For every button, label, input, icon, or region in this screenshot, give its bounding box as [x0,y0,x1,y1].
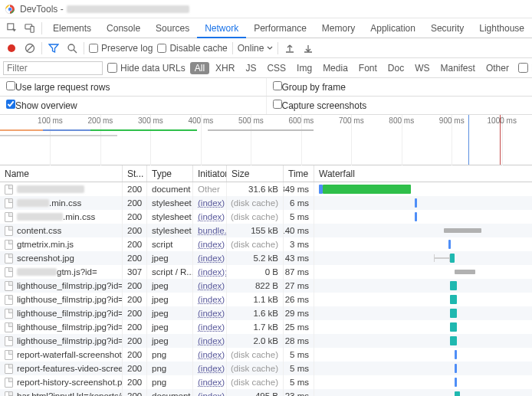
request-row[interactable]: lighthouse_filmstrip.jpg?id=2200jpeg(ind… [0,306,532,320]
network-grid-header: Name St... Type Initiator Size Time Wate… [0,165,532,182]
filter-chip-manifest[interactable]: Manifest [436,62,480,74]
timeline-tick: 100 ms [38,116,63,125]
filter-toggle-icon[interactable] [47,41,61,55]
initiator-link[interactable]: bundle.j... [198,226,227,235]
request-row[interactable]: report-waterfall-screenshot.png200png(in… [0,348,532,362]
col-waterfall-header[interactable]: Waterfall [314,165,532,182]
col-size-header[interactable]: Size [227,165,284,182]
initiator-link[interactable]: (index) [198,350,225,359]
upload-har-icon[interactable] [283,41,297,55]
tab-elements[interactable]: Elements [45,18,99,38]
group-by-frame-checkbox[interactable]: Group by frame [273,81,346,93]
options-row-1: Use large request rows Group by frame [0,78,532,97]
initiator-link[interactable]: (index) [198,295,225,304]
col-name-header[interactable]: Name [0,165,123,182]
request-row[interactable]: har.html?inputUrl=/reports/driv...200doc… [0,389,532,396]
tab-console[interactable]: Console [99,18,148,38]
filter-chip-js[interactable]: JS [241,62,261,74]
throttling-select[interactable]: Online [238,43,274,54]
request-row[interactable]: 200documentOther31.6 kB349 ms [0,182,532,196]
show-overview-checkbox[interactable]: Show overview [6,100,77,111]
hide-data-urls-checkbox[interactable]: Hide data URLs [107,63,186,74]
request-row[interactable]: gtmetrix.min.js200script(index)(disk cac… [0,237,532,251]
tab-sources[interactable]: Sources [148,18,197,38]
devtools-logo-icon [5,4,15,15]
filter-chip-xhr[interactable]: XHR [211,62,239,74]
tab-application[interactable]: Application [363,18,423,38]
filter-chip-ws[interactable]: WS [410,62,434,74]
request-row[interactable]: gtm.js?id=307script / R...(index):280 B8… [0,265,532,279]
network-toolbar: Preserve log Disable cache Online [0,38,532,58]
col-status-header[interactable]: St... [123,165,147,182]
svg-rect-4 [30,26,33,32]
request-row[interactable]: report-history-screenshot.png200png(inde… [0,375,532,389]
svg-point-8 [68,44,74,51]
timeline-tick: 500 ms [238,116,264,125]
tab-performance[interactable]: Performance [246,18,314,38]
col-initiator-header[interactable]: Initiator [193,165,227,182]
timeline-tick: 900 ms [439,116,465,125]
record-icon[interactable] [5,41,18,55]
initiator-link[interactable]: (index) [198,212,225,221]
network-grid-body[interactable]: 200documentOther31.6 kB349 ms.min.css200… [0,182,532,396]
timeline-tick: 400 ms [188,116,213,125]
devtools-tabs: ElementsConsoleSourcesNetworkPerformance… [0,18,532,38]
svg-point-5 [8,44,15,52]
chevron-down-icon [267,45,273,51]
large-rows-checkbox[interactable]: Use large request rows [6,81,110,93]
clear-icon[interactable] [23,41,37,55]
tab-security[interactable]: Security [423,18,471,38]
window-titlebar: DevTools - [0,0,532,18]
filter-chip-other[interactable]: Other [481,62,514,74]
request-row[interactable]: lighthouse_filmstrip.jpg?id=1200jpeg(ind… [0,293,532,306]
request-row[interactable]: content.css200stylesheetbundle.j...155 k… [0,224,532,237]
initiator-link[interactable]: (index) [198,336,225,345]
capture-screenshots-checkbox[interactable]: Capture screenshots [273,100,367,111]
filter-chip-doc[interactable]: Doc [383,62,409,74]
request-row[interactable]: lighthouse_filmstrip.jpg?id=0200jpeg(ind… [0,279,532,293]
timeline-tick: 1000 ms [488,116,517,125]
col-time-header[interactable]: Time [284,165,314,182]
initiator-link[interactable]: (index):28 [198,267,227,277]
filter-bar: Hide data URLs AllXHRJSCSSImgMediaFontDo… [0,58,532,78]
request-row[interactable]: screenshot.jpg200jpeg(index)5.2 kB43 ms [0,251,532,265]
timeline-tick: 300 ms [138,116,163,125]
filter-chip-css[interactable]: CSS [262,62,291,74]
initiator-link[interactable]: (index) [198,322,225,332]
request-row[interactable]: lighthouse_filmstrip.jpg?id=3200jpeg(ind… [0,320,532,334]
filter-chip-img[interactable]: Img [292,62,317,74]
timeline-tick: 200 ms [88,116,113,125]
initiator-link[interactable]: (index) [198,281,225,290]
request-row[interactable]: .min.css200stylesheet(index)(disk cache)… [0,196,532,210]
initiator-link[interactable]: (index) [198,391,225,396]
filter-input[interactable] [3,61,103,75]
device-toggle-icon[interactable] [21,19,38,38]
download-har-icon[interactable] [301,41,315,55]
filter-chip-all[interactable]: All [190,62,209,74]
initiator-link[interactable]: (index) [198,254,225,263]
has-blocked-cookies-checkbox[interactable]: Has blocked cookies [518,63,532,74]
search-icon[interactable] [65,41,79,55]
initiator-link: Other [198,185,220,194]
request-row[interactable]: lighthouse_filmstrip.jpg?id=4200jpeg(ind… [0,334,532,348]
filter-chip-media[interactable]: Media [318,62,353,74]
preserve-log-checkbox[interactable]: Preserve log [89,43,153,54]
initiator-link[interactable]: (index) [198,240,225,249]
options-row-2: Show overview Capture screenshots [0,97,532,115]
svg-point-1 [8,7,11,11]
request-row[interactable]: report-features-video-screensh...200png(… [0,362,532,375]
request-row[interactable]: .min.css200stylesheet(index)(disk cache)… [0,210,532,224]
tab-lighthouse[interactable]: Lighthouse [471,18,532,38]
timeline-overview[interactable]: 100 ms200 ms300 ms400 ms500 ms600 ms700 … [0,115,532,165]
inspect-element-icon[interactable] [3,19,21,38]
initiator-link[interactable]: (index) [198,309,225,318]
tab-network[interactable]: Network [197,18,246,38]
title-blurred-text [67,5,189,13]
col-type-header[interactable]: Type [147,165,193,182]
initiator-link[interactable]: (index) [198,378,225,387]
initiator-link[interactable]: (index) [198,198,225,208]
filter-chip-font[interactable]: Font [354,62,382,74]
tab-memory[interactable]: Memory [314,18,363,38]
disable-cache-checkbox[interactable]: Disable cache [157,43,227,54]
initiator-link[interactable]: (index) [198,364,225,373]
